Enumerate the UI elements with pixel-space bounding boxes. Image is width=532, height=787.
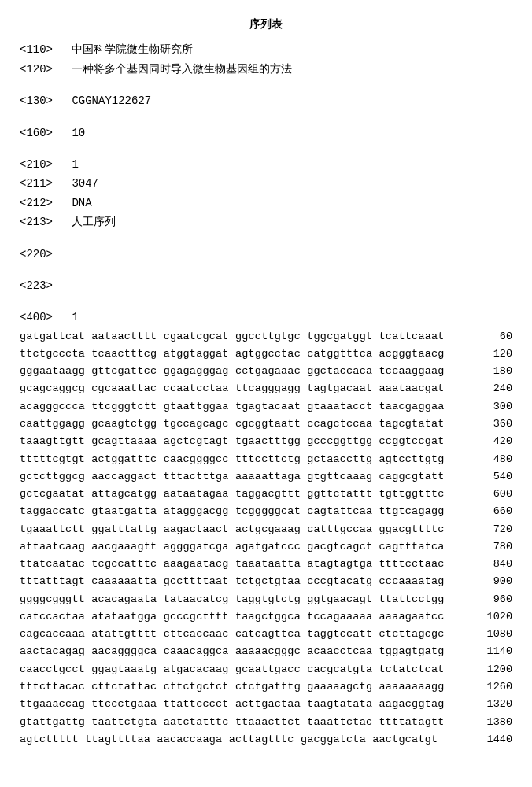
sequence-position: 120: [453, 345, 512, 363]
sequence-position: 780: [453, 538, 512, 556]
tag-130: <130>: [20, 92, 59, 109]
invention-title: 一种将多个基因同时导入微生物基因组的方法: [72, 63, 292, 76]
tag-211: <211>: [20, 175, 59, 192]
sequence-text: agtcttttt ttagttttaa aacaccaaga acttagtt…: [20, 731, 453, 748]
tag-220: <220>: [20, 246, 59, 263]
header-212: <212> DNA: [20, 194, 512, 212]
sequence-text: attaatcaag aacgaaagtt aggggatcga agatgat…: [20, 538, 453, 556]
seq-id: 1: [72, 158, 78, 171]
sequence-text: taaagttgtt gcagttaaaa agctcgtagt tgaactt…: [20, 433, 453, 450]
sequence-number: 1: [72, 311, 78, 323]
sequence-text: gctcgaatat attagcatgg aataatagaa taggacg…: [20, 486, 453, 503]
header-110: <110> 中国科学院微生物研究所: [20, 41, 512, 58]
sequence-row: ttctgcccta tcaactttcg atggtaggat agtggcc…: [20, 345, 512, 363]
tag-213: <213>: [20, 213, 59, 231]
sequence-row: tttatttagt caaaaaatta gccttttaat tctgctg…: [20, 573, 512, 590]
sequence-row: ggggcgggtt acacagaata tataacatcg taggtgt…: [20, 591, 512, 608]
tag-212: <212>: [20, 194, 59, 212]
sequence-text: cagcaccaaa atattgtttt cttcaccaac catcagt…: [20, 626, 453, 643]
sequence-row: agtcttttt ttagttttaa aacaccaaga acttagtt…: [20, 731, 512, 748]
sequence-position: 1080: [453, 626, 512, 643]
organism: 人工序列: [72, 216, 116, 228]
sequence-row: caacctgcct ggagtaaatg atgacacaag gcaattg…: [20, 661, 512, 678]
sequence-text: tttcttacac cttctattac cttctgctct ctctgat…: [20, 678, 453, 696]
sequence-row: gctcgaatat attagcatgg aataatagaa taggacg…: [20, 486, 512, 503]
sequence-row: gcagcaggcg cgcaaattac ccaatcctaa ttcaggg…: [20, 380, 512, 397]
sequence-position: 960: [453, 591, 512, 608]
seq-length: 3047: [72, 177, 98, 190]
sequence-text: ttatcaatac tcgccatttc aaagaatacg taaataa…: [20, 556, 453, 573]
sequence-text: gtattgattg taattctgta aatctatttc ttaaact…: [20, 714, 453, 731]
sequence-row: taaagttgtt gcagttaaaa agctcgtagt tgaactt…: [20, 433, 512, 450]
sequence-position: 900: [453, 573, 512, 590]
sequence-row: ttatcaatac tcgccatttc aaagaatacg taaataa…: [20, 556, 512, 573]
sequence-text: caacctgcct ggagtaaatg atgacacaag gcaattg…: [20, 661, 453, 678]
sequence-position: 1260: [453, 678, 512, 696]
sequence-row: cagcaccaaa atattgtttt cttcaccaac catcagt…: [20, 626, 512, 643]
sequence-text: ttctgcccta tcaactttcg atggtaggat agtggcc…: [20, 345, 453, 363]
sequence-position: 480: [453, 451, 512, 468]
header-220: <220>: [20, 246, 512, 263]
sequence-text: gatgattcat aataactttt cgaatcgcat ggccttg…: [20, 328, 453, 345]
sequence-text: tttttcgtgt actggatttc caacggggcc tttcctt…: [20, 451, 453, 468]
sequence-row: taggaccatc gtaatgatta atagggacgg tcggggg…: [20, 503, 512, 520]
sequence-table: gatgattcat aataactttt cgaatcgcat ggccttg…: [20, 328, 512, 748]
sequence-row: acagggccca ttcgggtctt gtaattggaa tgagtac…: [20, 398, 512, 416]
header-400: <400> 1: [20, 309, 512, 326]
tag-120: <120>: [20, 61, 59, 78]
tag-110: <110>: [20, 41, 59, 58]
sequence-position: 840: [453, 556, 512, 573]
sequence-position: 600: [453, 486, 512, 503]
sequence-text: gctcttggcg aaccaggact tttactttga aaaaatt…: [20, 468, 453, 486]
sequence-row: catccactaa atataatgga gcccgctttt taagctg…: [20, 608, 512, 626]
sequence-row: ttgaaaccag ttccctgaaa ttattcccct acttgac…: [20, 696, 512, 713]
sequence-position: 420: [453, 433, 512, 450]
sequence-row: caattggagg gcaagtctgg tgccagcagc cgcggta…: [20, 416, 512, 433]
sequence-row: tgaaattctt ggatttattg aagactaact actgcga…: [20, 521, 512, 538]
sequence-text: tgaaattctt ggatttattg aagactaact actgcga…: [20, 521, 453, 538]
sequence-text: gggaataagg gttcgattcc ggagagggag cctgaga…: [20, 363, 453, 380]
sequence-position: 660: [453, 503, 512, 520]
tag-223: <223>: [20, 277, 59, 294]
sequence-row: gtattgattg taattctgta aatctatttc ttaaact…: [20, 714, 512, 731]
sequence-listing-title: 序列表: [20, 16, 512, 33]
sequence-position: 1320: [453, 696, 512, 713]
tag-160: <160>: [20, 124, 59, 142]
header-213: <213> 人工序列: [20, 213, 512, 231]
sequence-row: gggaataagg gttcgattcc ggagagggag cctgaga…: [20, 363, 512, 380]
sequence-row: tttttcgtgt actggatttc caacggggcc tttcctt…: [20, 451, 512, 468]
sequence-position: 180: [453, 363, 512, 380]
header-120: <120> 一种将多个基因同时导入微生物基因组的方法: [20, 61, 512, 78]
sequence-row: attaatcaag aacgaaagtt aggggatcga agatgat…: [20, 538, 512, 556]
sequence-row: gctcttggcg aaccaggact tttactttga aaaaatt…: [20, 468, 512, 486]
sequence-count: 10: [72, 127, 85, 139]
file-reference: CGGNAY122627: [72, 94, 151, 107]
sequence-text: gcagcaggcg cgcaaattac ccaatcctaa ttcaggg…: [20, 380, 453, 397]
header-210: <210> 1: [20, 156, 512, 173]
sequence-position: 1200: [453, 661, 512, 678]
sequence-row: aactacagag aacaggggca caaacaggca aaaaacg…: [20, 643, 512, 660]
tag-210: <210>: [20, 156, 59, 173]
tag-400: <400>: [20, 309, 59, 326]
sequence-row: tttcttacac cttctattac cttctgctct ctctgat…: [20, 678, 512, 696]
sequence-text: catccactaa atataatgga gcccgctttt taagctg…: [20, 608, 453, 626]
sequence-position: 720: [453, 521, 512, 538]
header-130: <130> CGGNAY122627: [20, 92, 512, 109]
sequence-position: 60: [453, 328, 512, 345]
sequence-text: ttgaaaccag ttccctgaaa ttattcccct acttgac…: [20, 696, 453, 713]
sequence-position: 540: [453, 468, 512, 486]
sequence-position: 1380: [453, 714, 512, 731]
header-223: <223>: [20, 277, 512, 294]
sequence-position: 1140: [453, 643, 512, 660]
header-211: <211> 3047: [20, 175, 512, 192]
sequence-text: caattggagg gcaagtctgg tgccagcagc cgcggta…: [20, 416, 453, 433]
sequence-position: 240: [453, 380, 512, 397]
sequence-text: tttatttagt caaaaaatta gccttttaat tctgctg…: [20, 573, 453, 590]
sequence-position: 360: [453, 416, 512, 433]
sequence-row: gatgattcat aataactttt cgaatcgcat ggccttg…: [20, 328, 512, 345]
sequence-text: taggaccatc gtaatgatta atagggacgg tcggggg…: [20, 503, 453, 520]
sequence-text: ggggcgggtt acacagaata tataacatcg taggtgt…: [20, 591, 453, 608]
sequence-position: 1440: [453, 731, 512, 748]
sequence-text: acagggccca ttcgggtctt gtaattggaa tgagtac…: [20, 398, 453, 416]
header-160: <160> 10: [20, 124, 512, 142]
